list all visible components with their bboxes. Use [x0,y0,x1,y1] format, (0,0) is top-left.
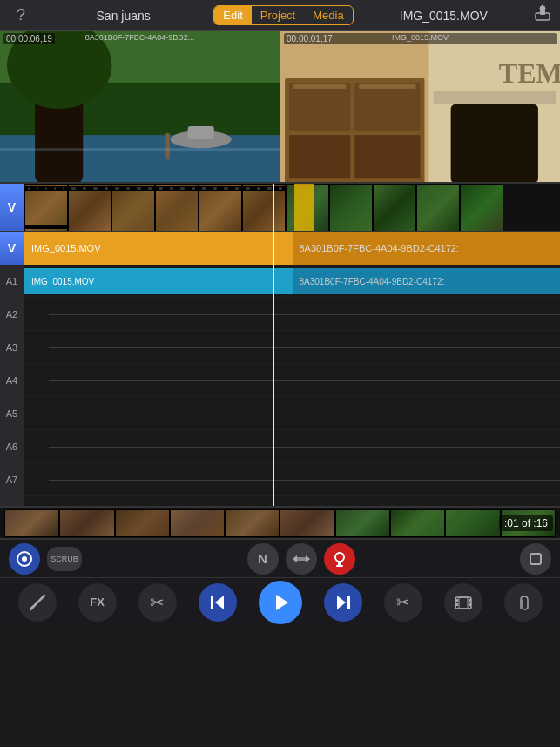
scrubber-timecode: :01 of :16 [499,515,553,531]
audio-track-a2-label: A2 [0,298,24,331]
svg-marker-37 [276,595,288,610]
audio-track-a3[interactable]: A3 [0,331,560,364]
audio-track-a7[interactable]: A7 [0,463,560,496]
preview-left[interactable]: 00:00:06;19 8A301B0F-7FBC-4A04-9BD2... [0,31,280,182]
svg-marker-27 [293,555,297,562]
svg-rect-43 [469,599,471,602]
toolbar-bottom: FX ✂ ✂ [0,577,560,626]
nudge-button[interactable] [286,543,317,575]
scrubber-frame [225,509,280,537]
audio-clip-a1-right[interactable]: 8A301B0F-7FBC-4A04-9BD2-C4172: [293,268,561,294]
edit-project-media-tabs: Edit Project Media [213,5,353,25]
film-frame [242,184,286,232]
top-nav: ? San juans Edit Project Media IMG_0015.… [0,0,560,31]
svg-rect-19 [359,84,415,89]
project-tab[interactable]: Project [252,6,304,24]
film-highlight [294,184,314,232]
file-name: IMG_0015.MOV [354,9,534,23]
video-clip-left[interactable]: IMG_0015.MOV [24,232,293,265]
audio-track-a7-label: A7 [0,463,24,496]
scrub-button[interactable]: SCRUB [47,547,82,571]
svg-rect-10 [166,133,170,159]
next-button[interactable] [324,583,362,622]
help-button[interactable]: ? [9,6,33,24]
left-clip-label: 8A301B0F-7FBC-4A04-9BD2... [85,33,195,42]
svg-rect-21 [434,91,556,104]
svg-rect-44 [469,603,471,606]
film-frame [373,184,416,232]
svg-rect-14 [289,83,350,131]
cut-button[interactable]: ✂ [384,583,422,622]
svg-rect-17 [354,135,420,178]
audio-track-a4[interactable]: A4 [0,364,560,397]
filmstrip-track[interactable]: V [0,184,560,232]
scissors-button[interactable]: ✂ [138,583,177,622]
scrubber-bar[interactable]: :01 of :16 [0,506,560,539]
video-track-v-label: V [0,232,24,265]
audio-button[interactable] [324,543,355,575]
play-button[interactable] [259,581,302,624]
filmstrip-frames [24,184,560,232]
svg-point-25 [22,556,27,562]
svg-rect-40 [455,597,471,609]
preview-right[interactable]: 00:00:01;17 IMG_0015.MOV TEM [280,31,560,182]
video-clip[interactable]: IMG_0015.MOV 8A301B0F-7FBC-4A04-9BD2-C41… [24,232,560,265]
svg-rect-15 [354,83,420,131]
film-frame [329,184,373,232]
share-button[interactable] [534,4,551,26]
film-frame [24,184,68,232]
audio-clip-area-a3[interactable] [24,331,560,364]
audio-track-a1-label: A1 [0,265,24,298]
audio-track-a3-label: A3 [0,331,24,364]
stop-button[interactable] [520,543,551,575]
audio-track-a1[interactable]: A1 IMG_0015.MOV 8A301B0F-7FBC-4A04-9BD2-… [0,265,560,298]
film-button[interactable] [444,583,482,622]
audio-clip-area-a5[interactable] [24,397,560,430]
video-track-label: V [0,184,24,232]
fx-button[interactable]: FX [78,583,117,622]
audio-clip-area-a6[interactable] [24,430,560,463]
audio-track-a4-label: A4 [0,364,24,397]
svg-text:TEM: TEM [499,57,560,89]
right-clip-label: IMG_0015.MOV [392,33,449,42]
audio-tracks: A1 IMG_0015.MOV 8A301B0F-7FBC-4A04-9BD2-… [0,265,560,506]
scrubber-frame [4,509,59,537]
film-frame [199,184,242,232]
audio-clip-area-a4[interactable] [24,364,560,397]
scrubber-frame [445,509,500,537]
audio-track-a2[interactable]: A2 [0,298,560,331]
audio-track-a8-label: A8 [0,496,24,506]
audio-waveform-a7 [49,480,560,481]
audio-waveform-a2 [49,314,560,315]
pen-button[interactable] [18,583,57,622]
video-track[interactable]: V IMG_0015.MOV 8A301B0F-7FBC-4A04-9BD2-C… [0,232,560,265]
clip-button[interactable] [504,583,543,622]
audio-waveform-a5 [49,414,560,414]
media-tab[interactable]: Media [304,6,352,24]
audio-clip-area-a7[interactable] [24,463,560,496]
audio-clip-a1-left[interactable]: IMG_0015.MOV [24,268,293,294]
svg-rect-9 [188,126,214,139]
audio-track-a6[interactable]: A6 [0,430,560,463]
left-timecode: 00:00:06;19 [3,33,55,44]
audio-clip-area-a2[interactable] [24,298,560,331]
scrubber-frame [170,509,225,537]
n-button[interactable]: N [247,543,279,575]
preview-area: 00:00:06;19 8A301B0F-7FBC-4A04-9BD2... 0… [0,31,560,184]
loop-button[interactable] [9,543,40,575]
audio-track-a5[interactable]: A5 [0,397,560,430]
prev-button[interactable] [199,583,237,622]
audio-clip-area-a1[interactable]: IMG_0015.MOV 8A301B0F-7FBC-4A04-9BD2-C41… [24,265,560,298]
svg-rect-11 [0,148,280,151]
svg-rect-32 [530,554,541,564]
audio-clip-area-a8[interactable] [24,496,560,506]
audio-track-a8[interactable]: A8 [0,496,560,506]
film-frame [460,184,503,232]
audio-waveform-a4 [49,380,560,381]
svg-rect-31 [336,565,343,567]
film-frame [416,184,460,232]
svg-rect-18 [293,84,346,89]
svg-rect-16 [289,135,350,178]
edit-tab[interactable]: Edit [214,6,251,24]
video-clip-right[interactable]: 8A301B0F-7FBC-4A04-9BD2-C4172: [293,232,561,265]
